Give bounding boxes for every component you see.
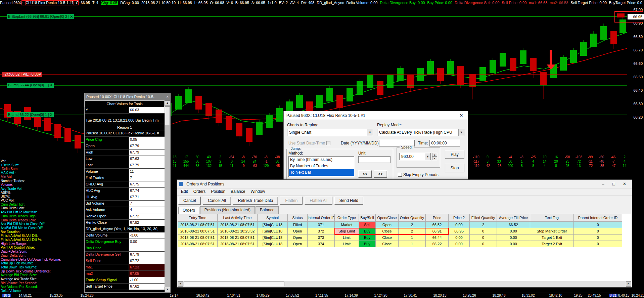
minimize-icon[interactable]: – [598, 180, 608, 188]
menu-position[interactable]: Position [208, 188, 228, 195]
scrollbar-thumb[interactable] [165, 107, 170, 125]
jump-method-option[interactable]: By Time (hh:mm:ss.ms) [289, 157, 354, 163]
cancel-button[interactable]: Cancel [178, 197, 201, 205]
send-held-button[interactable]: Send Held [334, 197, 363, 205]
time-axis-label: 8:40:13 [618, 294, 629, 297]
jump-method-option[interactable]: To Next Bar [289, 169, 354, 176]
order-cell: Sell [359, 222, 376, 228]
tab-positions[interactable]: Positions (Non-simulated) [200, 206, 255, 214]
skip-empty-periods-checkbox[interactable] [398, 173, 402, 177]
speed-spin-down[interactable]: ▼ [432, 157, 437, 160]
orders-hscrollbar[interactable]: ◄ ► [178, 281, 631, 287]
menu-window[interactable]: Window [248, 188, 268, 195]
menu-balance[interactable]: Balance [228, 188, 248, 195]
replay-mode-label: Replay Mode: [377, 123, 402, 127]
time-axis[interactable]: 18-214:58:2115:23:3515:24:2619:1716:58:4… [0, 293, 644, 298]
play-button[interactable]: Play [445, 150, 464, 159]
column-header[interactable]: Order Type [335, 214, 359, 222]
delta-value: -7 [608, 160, 618, 163]
stop-button[interactable]: Stop [445, 164, 464, 172]
renko-candle [457, 66, 464, 85]
column-header[interactable]: Internal Order ID [308, 214, 335, 222]
delta-value: 24 [249, 160, 260, 163]
flatten-all-button[interactable]: Flatten All [305, 197, 332, 205]
close-icon[interactable]: ✕ [458, 111, 465, 120]
scroll-down-icon[interactable]: ▼ [165, 287, 170, 292]
column-header[interactable]: Text Tag [530, 214, 574, 222]
delta-value: 132 [203, 164, 214, 168]
jump-method-listbox[interactable]: By Time (hh:mm:ss.ms)By Number of Trades… [288, 156, 354, 177]
order-label[interactable]: B|StopLmt (66.95)| 66.91 |Open|0| 2 | X [7, 14, 74, 19]
delta-value: 23 [562, 160, 573, 163]
order-row[interactable]: 2018-08-21 08:07:512018-08-21 08:07:51[S… [178, 241, 631, 247]
order-label[interactable]: B|Lmt| 66.44 |Open|0| 1 | X [7, 83, 54, 88]
column-header[interactable]: Parent Internal Order ID [574, 214, 622, 222]
menu-orders[interactable]: Orders [191, 188, 209, 195]
position-label[interactable]: -2@66.52 | P/L: -0.86P [2, 72, 42, 77]
column-header[interactable]: Filled Quantity [470, 214, 497, 222]
order-row[interactable]: 2018-08-21 08:07:512018-08-21 08:07:51[S… [178, 235, 631, 241]
column-header[interactable]: Last Activity Time [218, 214, 258, 222]
maximize-icon[interactable]: □ [608, 180, 619, 188]
scroll-left-icon[interactable]: ◄ [178, 281, 183, 287]
order-cell: 2 [470, 222, 497, 228]
unit-label: Unit: [358, 151, 367, 156]
column-header[interactable]: Open/Close [376, 214, 399, 222]
delta-value: -8 [238, 155, 248, 159]
use-start-datetime-checkbox[interactable] [326, 141, 330, 145]
jump-back-button[interactable]: << [358, 170, 372, 178]
unit-input[interactable] [358, 156, 390, 163]
order-row[interactable]: 2018-08-21 08:07:512018-08-21 08:07:51[S… [178, 222, 631, 228]
scroll-right-icon[interactable]: ► [626, 281, 631, 287]
column-header[interactable]: Price 2 [449, 214, 470, 222]
chart-values-titlebar[interactable]: × Paused 10.00X: CLU18 Flex Renko 10-5-.… [85, 93, 170, 100]
chart-value-value: 67.79 [129, 162, 165, 168]
order-cell: 374 [308, 241, 335, 247]
refresh-trade-data-button[interactable]: Refresh Trade Data [233, 197, 278, 205]
replay-mode-select[interactable]: Calculate At Every Tick/Trade (High CPU … [377, 129, 464, 136]
order-row[interactable]: 2018-08-21 08:07:512018-08-21 10:25:32[S… [178, 228, 631, 235]
close-icon[interactable]: ✕ [619, 180, 630, 188]
delta-value: -42 [482, 164, 493, 168]
column-header[interactable]: Buy/Sell [359, 214, 376, 222]
scrollbar-thumb[interactable] [184, 282, 284, 286]
column-header[interactable]: Average Fill Price [497, 214, 530, 222]
price-scale-label: 66.70 [628, 48, 643, 52]
delta-value: -9 [238, 164, 248, 168]
cancel-all-button[interactable]: Cancel All [203, 197, 231, 205]
time-input[interactable]: 00:00:00 [429, 140, 460, 146]
column-header[interactable]: Entry Time [178, 214, 218, 222]
chevron-down-icon[interactable]: ▼ [458, 129, 464, 136]
flatten-button[interactable]: Flatten [280, 197, 303, 205]
time-axis-label: 17:14:39 [345, 294, 358, 297]
tab-orders[interactable]: Orders [178, 207, 199, 214]
chevron-down-icon[interactable]: ▼ [367, 129, 373, 136]
chart-values-scrollbar[interactable]: ▲ ▼ [165, 100, 170, 292]
study-label: Min Val: [1, 175, 12, 179]
column-header[interactable]: Order Quantity [399, 214, 426, 222]
orders-window-titlebar[interactable]: Orders And Positions –□✕ [177, 180, 632, 188]
delta-value: -70 [249, 155, 260, 159]
speed-spin-up[interactable]: ▲ [432, 153, 437, 157]
column-header[interactable]: Price [426, 214, 449, 222]
chart-value-label: HL Avg [85, 194, 129, 200]
status-segment: ma2: 66.58 [550, 1, 568, 5]
menu-edit[interactable]: Edit [178, 188, 191, 195]
charts-to-replay-select[interactable]: Single Chart ▼ [287, 129, 373, 136]
column-header[interactable]: Symbol [258, 214, 288, 222]
column-header[interactable]: Status [288, 214, 308, 222]
jump-forward-button[interactable]: >> [374, 170, 387, 178]
renko-candle [469, 74, 476, 87]
time-axis-label: 17:05:29 [257, 294, 270, 297]
chevron-down-icon[interactable]: ▼ [425, 153, 430, 160]
chart-value-row: Bid Volume7 [85, 201, 165, 207]
replay-dialog-titlebar[interactable]: ✕ Paused 960X: CLU18 Flex Renko 10-5-1 #… [284, 111, 468, 120]
jump-method-option[interactable]: By Number of Trades [289, 163, 354, 169]
order-label[interactable]: B|Lmt| 66.22 |Open|0| 1 | X [7, 112, 54, 117]
spacer [85, 114, 165, 118]
orders-table: Entry TimeLast Activity TimeSymbolStatus… [178, 214, 631, 281]
scroll-up-icon[interactable]: ▲ [165, 100, 170, 106]
tab-balance[interactable]: Balance [256, 206, 279, 214]
close-icon[interactable]: × [167, 93, 169, 100]
speed-select[interactable]: 960.00 ▼ [399, 153, 431, 160]
